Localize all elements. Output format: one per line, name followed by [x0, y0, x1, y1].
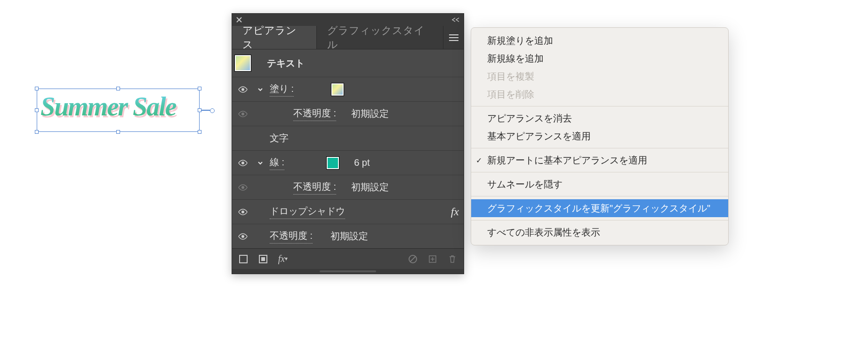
menu-duplicate-item: 項目を複製 [471, 67, 728, 85]
resize-handle-ml[interactable] [35, 108, 39, 112]
visibility-toggle-stroke[interactable] [235, 159, 251, 167]
resize-handle-bl[interactable] [35, 130, 39, 134]
resize-handle-tl[interactable] [35, 87, 39, 90]
dropshadow-label[interactable]: ドロップシャドウ [270, 205, 345, 219]
svg-line-13 [410, 256, 416, 262]
panel-body: テキスト 塗り : 不透明度 : 初期設定 文字 [232, 49, 464, 248]
visibility-toggle-stroke-opacity[interactable] [235, 184, 251, 191]
rotate-handle[interactable] [201, 110, 211, 111]
characters-label: 文字 [270, 132, 289, 145]
stroke-opacity-label[interactable]: 不透明度 : [293, 180, 336, 195]
menu-redefine-graphic-style[interactable]: グラフィックスタイルを更新"グラフィックスタイル" [471, 199, 728, 217]
resize-handle-mr[interactable] [198, 108, 201, 112]
menu-new-art-basic-label: 新規アートに基本アピアランスを適用 [487, 154, 647, 167]
no-fill-button[interactable] [238, 253, 249, 265]
dropshadow-row[interactable]: ドロップシャドウ fx [232, 199, 464, 224]
fill-label[interactable]: 塗り : [270, 82, 294, 97]
panel-flyout-menu: 新規塗りを追加 新規線を追加 項目を複製 項目を削除 アピアランスを消去 基本ア… [471, 27, 729, 245]
prohibit-icon [408, 254, 418, 264]
canvas-selection[interactable]: Summer Sale Summer Sale [37, 89, 200, 132]
resize-handle-tr[interactable] [198, 87, 201, 90]
visibility-toggle-dropshadow[interactable] [235, 208, 251, 216]
fill-opacity-row[interactable]: 不透明度 : 初期設定 [232, 101, 464, 126]
eye-icon [238, 159, 248, 167]
add-effect-button[interactable]: fx▾ [277, 253, 289, 265]
svg-rect-9 [240, 255, 247, 263]
expand-toggle-stroke[interactable] [256, 160, 265, 166]
square-outline-icon [239, 254, 248, 264]
object-opacity-label[interactable]: 不透明度 : [270, 229, 313, 244]
menu-reduce-basic[interactable]: 基本アピアランスを適用 [471, 127, 728, 145]
square-filled-icon [258, 254, 268, 264]
menu-separator [471, 220, 728, 220]
object-opacity-value[interactable]: 初期設定 [330, 230, 368, 243]
menu-add-stroke[interactable]: 新規線を追加 [471, 49, 728, 67]
visibility-toggle-opacity[interactable] [235, 233, 251, 240]
svg-rect-11 [261, 257, 265, 261]
plus-square-icon [428, 254, 437, 264]
visibility-toggle-fill[interactable] [235, 86, 251, 93]
svg-point-7 [241, 211, 244, 213]
visibility-toggle-fill-opacity[interactable] [235, 110, 251, 118]
chevron-down-icon [257, 160, 263, 166]
appearance-panel: アピアランス グラフィックスタイル テキスト 塗り : [232, 13, 464, 274]
resize-handle-br[interactable] [198, 130, 201, 134]
resize-handle-bm[interactable] [116, 130, 120, 134]
menu-clear-appearance[interactable]: アピアランスを消去 [471, 109, 728, 127]
menu-new-art-basic[interactable]: ✓ 新規アートに基本アピアランスを適用 [471, 151, 728, 169]
eye-icon [238, 208, 248, 216]
stroke-opacity-row[interactable]: 不透明度 : 初期設定 [232, 175, 464, 199]
svg-point-4 [241, 113, 244, 115]
stroke-row[interactable]: 線 : 6 pt [232, 150, 464, 175]
svg-point-8 [241, 235, 244, 238]
eye-icon [238, 86, 248, 93]
thumbnail-swatch[interactable] [235, 55, 251, 71]
panel-footer: fx▾ [232, 248, 464, 269]
svg-rect-1 [449, 37, 458, 38]
stroke-weight-value[interactable]: 6 pt [354, 157, 370, 168]
fill-opacity-label[interactable]: 不透明度 : [293, 107, 336, 121]
eye-icon [238, 184, 248, 191]
characters-row[interactable]: 文字 [232, 126, 464, 150]
appearance-header-row[interactable]: テキスト [232, 49, 464, 77]
panel-menu-button[interactable] [443, 26, 464, 49]
stroke-opacity-value[interactable]: 初期設定 [351, 181, 389, 194]
svg-rect-2 [449, 40, 458, 41]
fill-row[interactable]: 塗り : [232, 77, 464, 101]
menu-separator [471, 196, 728, 196]
duplicate-item-button[interactable] [427, 253, 438, 265]
tab-graphic-styles[interactable]: グラフィックスタイル [317, 26, 443, 49]
stroke-swatch[interactable] [327, 157, 339, 169]
resize-handle-tm[interactable] [116, 87, 120, 90]
menu-separator [471, 172, 728, 172]
object-opacity-row[interactable]: 不透明度 : 初期設定 [232, 224, 464, 248]
eye-icon [238, 110, 248, 118]
trash-icon [448, 254, 457, 264]
fill-opacity-value[interactable]: 初期設定 [351, 107, 389, 120]
new-stroke-button[interactable] [257, 253, 269, 265]
collapse-icon[interactable] [451, 17, 460, 22]
menu-separator [471, 148, 728, 148]
svg-point-5 [241, 162, 244, 164]
selection-bounding-box [37, 89, 200, 132]
fx-indicator[interactable]: fx [451, 205, 459, 218]
tab-appearance[interactable]: アピアランス [232, 26, 317, 49]
svg-point-3 [241, 88, 244, 91]
menu-add-fill[interactable]: 新規塗りを追加 [471, 32, 728, 49]
stroke-label[interactable]: 線 : [270, 156, 284, 170]
hamburger-icon [448, 33, 459, 42]
close-icon[interactable] [236, 16, 242, 23]
expand-toggle-fill[interactable] [256, 87, 265, 92]
target-type-label: テキスト [267, 57, 305, 70]
clear-appearance-button[interactable] [407, 253, 418, 265]
fill-swatch[interactable] [331, 83, 344, 96]
panel-resize-grip[interactable] [232, 269, 464, 274]
delete-item-button[interactable] [447, 253, 458, 265]
menu-separator [471, 106, 728, 106]
check-icon: ✓ [476, 156, 482, 165]
eye-icon [238, 233, 248, 240]
menu-hide-thumbnail[interactable]: サムネールを隠す [471, 175, 728, 193]
panel-tabs: アピアランス グラフィックスタイル [232, 26, 464, 49]
menu-show-hidden-attrs[interactable]: すべての非表示属性を表示 [471, 223, 728, 241]
menu-delete-item: 項目を削除 [471, 85, 728, 103]
